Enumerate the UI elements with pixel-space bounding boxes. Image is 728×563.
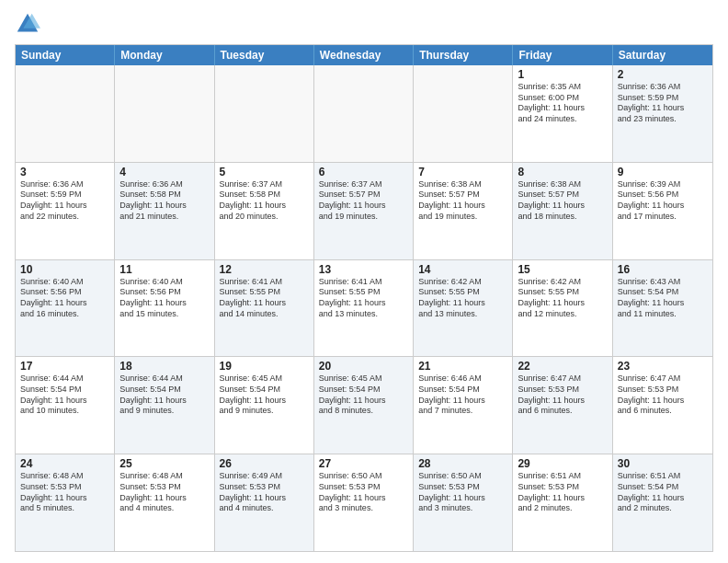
cell-info: Sunrise: 6:39 AM Sunset: 5:56 PM Dayligh… [618, 179, 708, 223]
day-number: 10 [20, 263, 109, 276]
cell-info: Sunrise: 6:45 AM Sunset: 5:54 PM Dayligh… [319, 373, 408, 417]
day-number: 8 [518, 166, 607, 178]
day-number: 18 [119, 360, 209, 373]
day-number: 16 [618, 263, 708, 276]
calendar-body: 1Sunrise: 6:35 AM Sunset: 6:00 PM Daylig… [16, 65, 712, 551]
day-number: 11 [119, 263, 209, 276]
weekday-header: Friday [513, 45, 612, 65]
cell-info: Sunrise: 6:42 AM Sunset: 5:55 PM Dayligh… [518, 277, 607, 320]
calendar-cell: 20Sunrise: 6:45 AM Sunset: 5:54 PM Dayli… [314, 357, 414, 454]
cell-info: Sunrise: 6:38 AM Sunset: 5:57 PM Dayligh… [418, 179, 507, 223]
calendar-cell: 28Sunrise: 6:50 AM Sunset: 5:53 PM Dayli… [414, 454, 513, 551]
day-number: 14 [418, 263, 507, 276]
cell-info: Sunrise: 6:36 AM Sunset: 5:59 PM Dayligh… [618, 82, 708, 125]
cell-info: Sunrise: 6:44 AM Sunset: 5:54 PM Dayligh… [119, 373, 209, 417]
day-number: 28 [418, 457, 507, 470]
calendar-cell: 22Sunrise: 6:47 AM Sunset: 5:53 PM Dayli… [513, 357, 612, 454]
cell-info: Sunrise: 6:47 AM Sunset: 5:53 PM Dayligh… [518, 373, 607, 417]
cell-info: Sunrise: 6:40 AM Sunset: 5:56 PM Dayligh… [119, 277, 209, 320]
cell-info: Sunrise: 6:37 AM Sunset: 5:57 PM Dayligh… [319, 179, 408, 223]
day-number: 30 [618, 457, 708, 470]
calendar-cell: 6Sunrise: 6:37 AM Sunset: 5:57 PM Daylig… [314, 163, 414, 259]
cell-info: Sunrise: 6:40 AM Sunset: 5:56 PM Dayligh… [20, 277, 109, 320]
calendar-cell [16, 65, 115, 162]
calendar-cell: 21Sunrise: 6:46 AM Sunset: 5:54 PM Dayli… [414, 357, 513, 454]
logo-icon [15, 11, 40, 37]
weekday-header: Tuesday [215, 45, 314, 65]
calendar-row: 17Sunrise: 6:44 AM Sunset: 5:54 PM Dayli… [16, 356, 712, 454]
cell-info: Sunrise: 6:41 AM Sunset: 5:55 PM Dayligh… [319, 277, 408, 320]
logo [15, 11, 44, 37]
day-number: 12 [220, 263, 309, 276]
day-number: 15 [518, 263, 607, 276]
day-number: 26 [220, 457, 309, 470]
calendar-cell: 27Sunrise: 6:50 AM Sunset: 5:53 PM Dayli… [314, 454, 414, 551]
calendar-cell: 1Sunrise: 6:35 AM Sunset: 6:00 PM Daylig… [513, 65, 612, 162]
calendar-cell: 17Sunrise: 6:44 AM Sunset: 5:54 PM Dayli… [16, 357, 115, 454]
calendar-cell [115, 65, 214, 162]
calendar-cell: 9Sunrise: 6:39 AM Sunset: 5:56 PM Daylig… [613, 163, 712, 259]
calendar-header: SundayMondayTuesdayWednesdayThursdayFrid… [16, 45, 712, 65]
calendar-cell: 24Sunrise: 6:48 AM Sunset: 5:53 PM Dayli… [16, 454, 115, 551]
calendar-cell: 23Sunrise: 6:47 AM Sunset: 5:53 PM Dayli… [613, 357, 712, 454]
day-number: 5 [220, 166, 309, 178]
calendar-cell: 12Sunrise: 6:41 AM Sunset: 5:55 PM Dayli… [215, 260, 314, 357]
header [15, 11, 713, 37]
day-number: 7 [418, 166, 507, 178]
calendar-row: 10Sunrise: 6:40 AM Sunset: 5:56 PM Dayli… [16, 259, 712, 357]
calendar-cell: 3Sunrise: 6:36 AM Sunset: 5:59 PM Daylig… [16, 163, 115, 259]
calendar: SundayMondayTuesdayWednesdayThursdayFrid… [15, 44, 713, 552]
day-number: 27 [319, 457, 408, 470]
day-number: 2 [618, 68, 708, 81]
calendar-cell: 25Sunrise: 6:48 AM Sunset: 5:53 PM Dayli… [115, 454, 214, 551]
cell-info: Sunrise: 6:47 AM Sunset: 5:53 PM Dayligh… [618, 373, 708, 417]
calendar-row: 24Sunrise: 6:48 AM Sunset: 5:53 PM Dayli… [16, 454, 712, 551]
cell-info: Sunrise: 6:38 AM Sunset: 5:57 PM Dayligh… [518, 179, 607, 223]
day-number: 4 [119, 166, 209, 178]
cell-info: Sunrise: 6:35 AM Sunset: 6:00 PM Dayligh… [518, 82, 607, 125]
calendar-cell: 5Sunrise: 6:37 AM Sunset: 5:58 PM Daylig… [215, 163, 314, 259]
cell-info: Sunrise: 6:36 AM Sunset: 5:58 PM Dayligh… [119, 179, 209, 223]
calendar-cell: 18Sunrise: 6:44 AM Sunset: 5:54 PM Dayli… [115, 357, 214, 454]
calendar-cell: 15Sunrise: 6:42 AM Sunset: 5:55 PM Dayli… [513, 260, 612, 357]
calendar-cell [414, 65, 513, 162]
cell-info: Sunrise: 6:41 AM Sunset: 5:55 PM Dayligh… [220, 277, 309, 320]
day-number: 17 [20, 360, 109, 373]
cell-info: Sunrise: 6:45 AM Sunset: 5:54 PM Dayligh… [220, 373, 309, 417]
calendar-cell [314, 65, 414, 162]
weekday-header: Monday [115, 45, 214, 65]
cell-info: Sunrise: 6:49 AM Sunset: 5:53 PM Dayligh… [220, 471, 309, 514]
cell-info: Sunrise: 6:36 AM Sunset: 5:59 PM Dayligh… [20, 179, 109, 223]
calendar-cell: 7Sunrise: 6:38 AM Sunset: 5:57 PM Daylig… [414, 163, 513, 259]
day-number: 20 [319, 360, 408, 373]
calendar-cell: 30Sunrise: 6:51 AM Sunset: 5:54 PM Dayli… [613, 454, 712, 551]
day-number: 1 [518, 68, 607, 81]
weekday-header: Wednesday [314, 45, 414, 65]
calendar-cell: 8Sunrise: 6:38 AM Sunset: 5:57 PM Daylig… [513, 163, 612, 259]
calendar-row: 1Sunrise: 6:35 AM Sunset: 6:00 PM Daylig… [16, 65, 712, 162]
cell-info: Sunrise: 6:42 AM Sunset: 5:55 PM Dayligh… [418, 277, 507, 320]
calendar-cell: 14Sunrise: 6:42 AM Sunset: 5:55 PM Dayli… [414, 260, 513, 357]
calendar-cell: 10Sunrise: 6:40 AM Sunset: 5:56 PM Dayli… [16, 260, 115, 357]
day-number: 29 [518, 457, 607, 470]
cell-info: Sunrise: 6:50 AM Sunset: 5:53 PM Dayligh… [319, 471, 408, 514]
cell-info: Sunrise: 6:48 AM Sunset: 5:53 PM Dayligh… [20, 471, 109, 514]
day-number: 23 [618, 360, 708, 373]
calendar-cell: 16Sunrise: 6:43 AM Sunset: 5:54 PM Dayli… [613, 260, 712, 357]
cell-info: Sunrise: 6:51 AM Sunset: 5:53 PM Dayligh… [518, 471, 607, 514]
calendar-cell: 2Sunrise: 6:36 AM Sunset: 5:59 PM Daylig… [613, 65, 712, 162]
cell-info: Sunrise: 6:44 AM Sunset: 5:54 PM Dayligh… [20, 373, 109, 417]
calendar-cell [215, 65, 314, 162]
cell-info: Sunrise: 6:37 AM Sunset: 5:58 PM Dayligh… [220, 179, 309, 223]
cell-info: Sunrise: 6:51 AM Sunset: 5:54 PM Dayligh… [618, 471, 708, 514]
calendar-cell: 11Sunrise: 6:40 AM Sunset: 5:56 PM Dayli… [115, 260, 214, 357]
day-number: 25 [119, 457, 209, 470]
weekday-header: Sunday [16, 45, 115, 65]
day-number: 9 [618, 166, 708, 178]
day-number: 24 [20, 457, 109, 470]
weekday-header: Saturday [613, 45, 712, 65]
day-number: 19 [220, 360, 309, 373]
calendar-row: 3Sunrise: 6:36 AM Sunset: 5:59 PM Daylig… [16, 162, 712, 259]
page: SundayMondayTuesdayWednesdayThursdayFrid… [0, 0, 728, 563]
calendar-cell: 4Sunrise: 6:36 AM Sunset: 5:58 PM Daylig… [115, 163, 214, 259]
